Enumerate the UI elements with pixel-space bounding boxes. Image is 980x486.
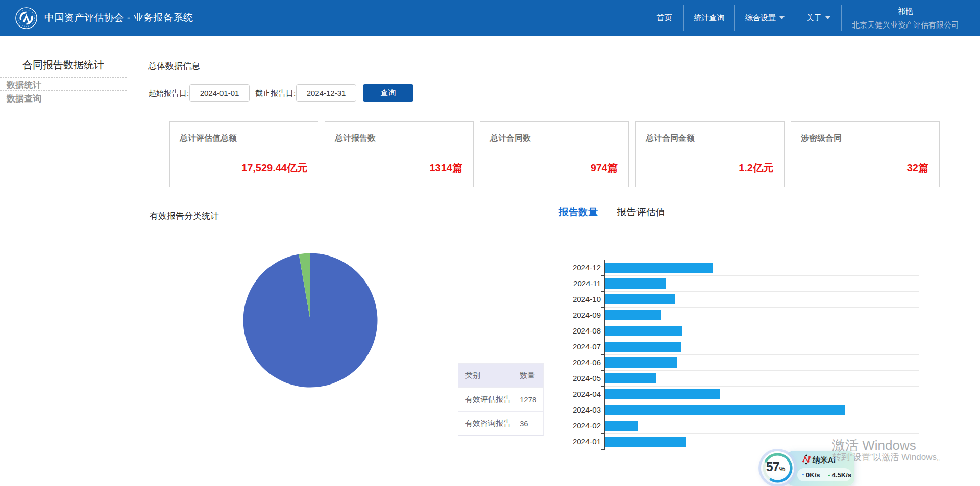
axis-tick — [601, 370, 605, 371]
axis-tick — [601, 418, 605, 418]
axis-tick — [601, 339, 605, 339]
axis-tick — [601, 275, 605, 276]
query-button[interactable]: 查询 — [363, 84, 413, 102]
category-label: 2024-06 — [560, 358, 601, 367]
category-label: 2024-02 — [560, 421, 601, 430]
sidebar-divider — [0, 90, 127, 91]
start-date-label: 起始报告日: — [149, 89, 189, 98]
brand: 中国资产评估协会 - 业务报备系统 — [15, 0, 193, 36]
stat-card-label: 总计评估值总额 — [180, 133, 237, 144]
stat-card-value: 974篇 — [591, 161, 618, 175]
stat-card-label: 总计合同金额 — [646, 133, 695, 144]
table-cell-count: 1278 — [520, 395, 543, 404]
stat-card-total-reports: 总计报告数 1314篇 — [325, 121, 474, 187]
sidebar-item-data-stats[interactable]: 数据统计 — [7, 79, 41, 91]
bar-2024-10 — [605, 294, 675, 304]
windows-activation-watermark-sub: 转到“设置”以激活 Windows。 — [832, 451, 945, 463]
nav-item-about[interactable]: 关于 — [795, 5, 841, 31]
category-label: 2024-03 — [560, 405, 601, 414]
upload-arrow-icon — [802, 472, 804, 478]
bar-2024-07 — [605, 342, 681, 352]
user-block[interactable]: 祁艳 北京天健兴业资产评估有限公司 — [841, 0, 970, 36]
end-date-label: 截止报告日: — [255, 89, 296, 98]
table-header-row: 类别 数量 — [458, 364, 543, 387]
gridline — [605, 418, 919, 418]
stat-card-value: 1.2亿元 — [739, 161, 773, 175]
gridline — [605, 307, 919, 308]
gridline — [605, 433, 919, 434]
gridline — [605, 386, 919, 387]
stat-card-contract-amount: 总计合同金额 1.2亿元 — [635, 121, 785, 187]
axis-tick — [601, 307, 605, 308]
network-speed-pill: 0K/s 4.5K/s — [797, 468, 851, 481]
category-label: 2024-10 — [560, 295, 601, 303]
tab-report-count[interactable]: 报告数量 — [559, 206, 598, 219]
category-label: 2024-08 — [560, 326, 601, 335]
sidebar-divider — [0, 77, 127, 78]
axis-tick — [601, 449, 605, 450]
nami-ai-logo-icon — [801, 454, 812, 465]
download-arrow-icon — [828, 472, 830, 478]
gridline — [605, 370, 919, 371]
table-cell-count: 36 — [520, 419, 543, 428]
gridline — [605, 275, 919, 276]
stat-card-total-value: 总计评估值总额 17,529.44亿元 — [169, 121, 318, 187]
stat-card-value: 1314篇 — [430, 161, 463, 175]
stat-card-label: 总计报告数 — [335, 133, 376, 144]
axis-tick — [601, 291, 605, 292]
bar-2024-02 — [605, 421, 638, 431]
category-label: 2024-05 — [560, 374, 601, 382]
sidebar-title: 合同报告数据统计 — [0, 58, 127, 72]
sidebar: 合同报告数据统计 数据统计 数据查询 — [0, 36, 127, 486]
stat-card-value: 17,529.44亿元 — [241, 161, 307, 175]
category-label: 2024-09 — [560, 311, 601, 319]
tab-report-value[interactable]: 报告评估值 — [617, 206, 665, 219]
end-date-input[interactable]: 2024-12-31 — [296, 84, 356, 102]
bar-2024-03 — [605, 405, 845, 415]
sidebar-item-data-query[interactable]: 数据查询 — [7, 93, 41, 105]
overview-title: 总体数据信息 — [148, 60, 200, 72]
axis-tick — [601, 433, 605, 434]
stat-card-label: 总计合同数 — [490, 133, 531, 144]
bar-2024-12 — [605, 263, 713, 273]
tabs-underline — [559, 221, 966, 221]
nav-item-stats-query[interactable]: 统计查询 — [684, 5, 734, 31]
table-row: 有效评估报告 1278 — [458, 387, 543, 411]
category-label: 2024-04 — [560, 390, 601, 398]
download-speed: 4.5K/s — [832, 471, 851, 479]
axis-tick — [601, 354, 605, 355]
user-company: 北京天健兴业资产评估有限公司 — [852, 20, 959, 30]
category-table: 类别 数量 有效评估报告 1278 有效咨询报告 36 — [458, 363, 544, 436]
start-date-input[interactable]: 2024-01-01 — [189, 84, 250, 102]
app-title: 中国资产评估协会 - 业务报备系统 — [44, 11, 193, 24]
category-label: 2024-12 — [560, 263, 601, 272]
bar-2024-06 — [605, 357, 677, 368]
table-row: 有效咨询报告 36 — [458, 411, 543, 435]
axis-tick — [601, 402, 605, 402]
gauge-value: 57% — [759, 459, 792, 474]
nav-item-settings[interactable]: 综合设置 — [735, 5, 795, 31]
pie-chart — [239, 249, 382, 392]
association-logo-icon — [15, 7, 37, 29]
nav-item-home[interactable]: 首页 — [645, 5, 683, 31]
table-header-category: 类别 — [458, 371, 520, 380]
axis-tick — [601, 260, 605, 260]
bar-2024-09 — [605, 310, 661, 320]
bar-2024-08 — [605, 326, 682, 336]
stat-card-value: 32篇 — [907, 161, 928, 175]
chevron-down-icon — [779, 16, 785, 19]
bar-chart: 2024-122024-112024-102024-092024-082024-… — [604, 260, 919, 449]
usage-gauge[interactable]: 57% — [759, 449, 796, 486]
table-cell-category: 有效评估报告 — [458, 395, 520, 404]
chevron-down-icon — [825, 16, 830, 19]
stat-card-label: 涉密级合同 — [801, 133, 842, 144]
user-name: 祁艳 — [898, 7, 913, 16]
table-cell-category: 有效咨询报告 — [458, 419, 520, 428]
bar-2024-11 — [605, 278, 666, 289]
category-label: 2024-11 — [560, 279, 601, 288]
axis-tick — [601, 386, 605, 387]
gridline — [605, 291, 919, 292]
pie-chart-title: 有效报告分类统计 — [150, 210, 219, 222]
category-label: 2024-07 — [560, 342, 601, 351]
table-header-count: 数量 — [520, 371, 543, 380]
